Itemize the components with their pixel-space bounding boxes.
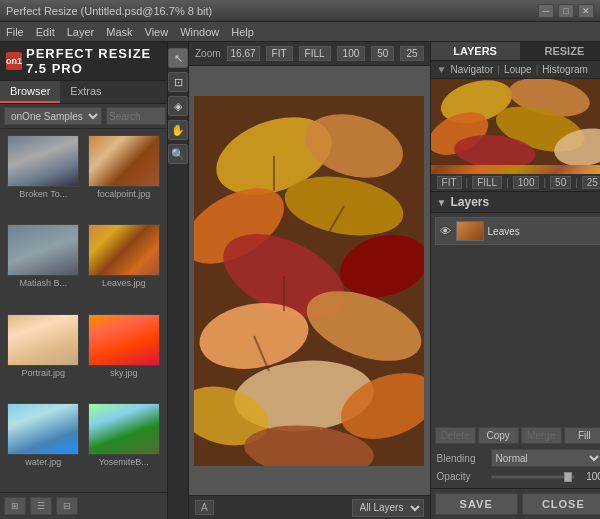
- menu-edit[interactable]: Edit: [36, 26, 55, 38]
- layers-section: ▼ Layers 👁 Leaves Delete Copy Merge Fill…: [431, 192, 600, 488]
- list-item[interactable]: Matiash B...: [4, 222, 83, 309]
- nav-sep2: |: [536, 64, 539, 75]
- center-toolbar: ↖ ⊡ ◈ ✋ 🔍: [168, 42, 189, 519]
- table-row[interactable]: 👁 Leaves: [435, 217, 600, 245]
- list-item[interactable]: focalpoint.jpg: [85, 133, 164, 220]
- maximize-button[interactable]: □: [558, 4, 574, 18]
- right-panel: LAYERS RESIZE ▼ Navigator | Loupe | Hist…: [430, 42, 600, 519]
- zoom-label: Zoom: [195, 48, 221, 59]
- zoom-bar: Zoom 16.67 FIT FILL 100 50 25: [189, 42, 430, 66]
- main-area: on1 PERFECT RESIZE 7.5 PRO Browser Extra…: [0, 42, 600, 519]
- nav-fill-button[interactable]: FILL: [472, 176, 502, 189]
- minimize-button[interactable]: ─: [538, 4, 554, 18]
- tab-browser[interactable]: Browser: [0, 81, 60, 103]
- nav-25-button[interactable]: 25: [582, 176, 600, 189]
- search-input[interactable]: [106, 107, 166, 125]
- close-window-button[interactable]: ✕: [578, 4, 594, 18]
- list-item[interactable]: Broken To...: [4, 133, 83, 220]
- hand-tool-button[interactable]: ✋: [168, 120, 188, 140]
- layer-name: Leaves: [488, 226, 520, 237]
- nav-sep1: |: [497, 64, 500, 75]
- opacity-value: 100: [579, 471, 600, 482]
- fill-button[interactable]: FILL: [299, 46, 331, 61]
- merge-layer-button[interactable]: Merge: [521, 427, 562, 444]
- menu-layer[interactable]: Layer: [67, 26, 95, 38]
- thumbnail-label: water.jpg: [25, 457, 61, 467]
- opacity-slider[interactable]: [491, 475, 575, 479]
- opacity-label: Opacity: [437, 471, 487, 482]
- thumbnail-image: [88, 135, 160, 187]
- nav-50-button[interactable]: 50: [550, 176, 571, 189]
- tab-layers[interactable]: LAYERS: [431, 42, 520, 60]
- navigator-preview: [431, 79, 600, 174]
- copy-layer-button[interactable]: Copy: [478, 427, 519, 444]
- canvas-bottom: A All Layers: [189, 495, 430, 519]
- thumbnail-image: [7, 224, 79, 276]
- navigator-section: ▼ Navigator | Loupe | Histogram: [431, 61, 600, 192]
- tab-loupe[interactable]: Loupe: [504, 64, 532, 75]
- zoom-100-button[interactable]: 100: [337, 46, 366, 61]
- canvas-a-label: A: [195, 500, 214, 515]
- title-bar: Perfect Resize (Untitled.psd@16.7% 8 bit…: [0, 0, 600, 22]
- nav-preview-svg: [431, 79, 600, 165]
- opacity-row: Opacity 100: [431, 469, 600, 484]
- grid-view-button[interactable]: ⊞: [4, 497, 26, 515]
- title-text: Perfect Resize (Untitled.psd@16.7% 8 bit…: [6, 5, 212, 17]
- nav-fit-button[interactable]: FIT: [437, 176, 462, 189]
- layer-select[interactable]: All Layers: [352, 499, 424, 517]
- close-button[interactable]: CLOSE: [522, 493, 600, 515]
- thumbnail-image: [7, 314, 79, 366]
- thumbnail-label: Matiash B...: [19, 278, 67, 288]
- thumbnail-image: [88, 224, 160, 276]
- thumbnail-image: [7, 135, 79, 187]
- source-select[interactable]: onOne Samples: [4, 107, 102, 125]
- thumbnail-image: [88, 403, 160, 455]
- crop-tool-button[interactable]: ⊡: [168, 72, 188, 92]
- zoom-25-button[interactable]: 25: [400, 46, 423, 61]
- layers-collapse-arrow[interactable]: ▼: [437, 197, 447, 208]
- save-button[interactable]: SAVE: [435, 493, 518, 515]
- nav-100-button[interactable]: 100: [513, 176, 540, 189]
- detail-view-button[interactable]: ⊟: [56, 497, 78, 515]
- list-item[interactable]: Leaves.jpg: [85, 222, 164, 309]
- right-top-tabs: LAYERS RESIZE: [431, 42, 600, 61]
- menu-file[interactable]: File: [6, 26, 24, 38]
- menu-help[interactable]: Help: [231, 26, 254, 38]
- tab-extras[interactable]: Extras: [60, 81, 111, 103]
- on1-logo-icon: on1: [6, 52, 22, 70]
- transform-tool-button[interactable]: ◈: [168, 96, 188, 116]
- thumbnail-label: sky.jpg: [110, 368, 137, 378]
- layers-list: 👁 Leaves: [431, 213, 600, 424]
- menu-view[interactable]: View: [145, 26, 169, 38]
- fill-layer-button[interactable]: Fill: [564, 427, 600, 444]
- tab-histogram[interactable]: Histogram: [542, 64, 588, 75]
- slider-thumb: [564, 472, 572, 482]
- layers-action-buttons: Delete Copy Merge Fill: [431, 424, 600, 447]
- canvas-area: Zoom 16.67 FIT FILL 100 50 25: [189, 42, 430, 519]
- blending-row: Blending Normal Multiply Screen: [431, 447, 600, 469]
- thumbnail-label: Broken To...: [19, 189, 67, 199]
- list-item[interactable]: sky.jpg: [85, 312, 164, 399]
- delete-layer-button[interactable]: Delete: [435, 427, 476, 444]
- menu-mask[interactable]: Mask: [106, 26, 132, 38]
- right-bottom-buttons: SAVE CLOSE: [431, 488, 600, 519]
- canvas-wrapper[interactable]: [189, 66, 430, 495]
- list-item[interactable]: water.jpg: [4, 401, 83, 488]
- list-view-button[interactable]: ☰: [30, 497, 52, 515]
- navigator-tabs: ▼ Navigator | Loupe | Histogram: [431, 61, 600, 79]
- zoom-tool-button[interactable]: 🔍: [168, 144, 188, 164]
- zoom-50-button[interactable]: 50: [371, 46, 394, 61]
- menu-window[interactable]: Window: [180, 26, 219, 38]
- list-item[interactable]: YosemiteB...: [85, 401, 164, 488]
- zoom-value: 16.67: [227, 46, 260, 61]
- blending-select[interactable]: Normal Multiply Screen: [491, 449, 600, 467]
- nav-collapse-arrow[interactable]: ▼: [437, 64, 447, 75]
- canvas-svg: [194, 96, 424, 466]
- list-item[interactable]: Portrait.jpg: [4, 312, 83, 399]
- tab-resize[interactable]: RESIZE: [520, 42, 600, 60]
- arrow-tool-button[interactable]: ↖: [168, 48, 188, 68]
- thumbnail-label: YosemiteB...: [99, 457, 149, 467]
- layer-visibility-icon[interactable]: 👁: [440, 225, 452, 237]
- tab-navigator[interactable]: Navigator: [450, 64, 493, 75]
- fit-button[interactable]: FIT: [266, 46, 293, 61]
